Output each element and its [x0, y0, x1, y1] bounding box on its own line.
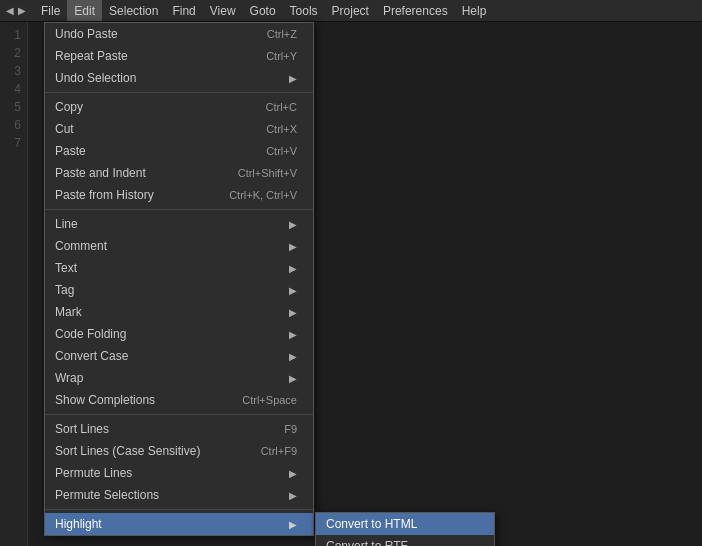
submenu-arrow-icon: ▶: [289, 519, 297, 530]
menu-item-label: Copy: [55, 100, 83, 114]
menu-item-label: Paste and Indent: [55, 166, 146, 180]
separator-4: [45, 509, 313, 510]
submenu-arrow-icon: ▶: [289, 468, 297, 479]
menu-paste-history[interactable]: Paste from History Ctrl+K, Ctrl+V: [45, 184, 313, 206]
menubar: ◀ ▶ File Edit Selection Find View Goto T…: [0, 0, 702, 22]
menu-item-label: Paste: [55, 144, 86, 158]
menu-mark[interactable]: Mark ▶: [45, 301, 313, 323]
submenu-arrow-icon: ▶: [289, 490, 297, 501]
menu-convert-case[interactable]: Convert Case ▶: [45, 345, 313, 367]
menu-item-label: Sort Lines (Case Sensitive): [55, 444, 200, 458]
menu-sort-lines[interactable]: Sort Lines F9: [45, 418, 313, 440]
menu-wrap[interactable]: Wrap ▶: [45, 367, 313, 389]
menu-highlight[interactable]: Highlight ▶ Convert to HTML Convert to R…: [45, 513, 313, 535]
menu-item-shortcut: Ctrl+V: [266, 145, 297, 157]
menu-item-label: Undo Selection: [55, 71, 136, 85]
menu-item-label: Convert Case: [55, 349, 128, 363]
menu-paste-indent[interactable]: Paste and Indent Ctrl+Shift+V: [45, 162, 313, 184]
submenu-arrow-icon: ▶: [289, 263, 297, 274]
menu-item-label: Wrap: [55, 371, 83, 385]
submenu-arrow-icon: ▶: [289, 219, 297, 230]
menu-item-label: Repeat Paste: [55, 49, 128, 63]
menu-item-shortcut: Ctrl+Z: [267, 28, 297, 40]
menu-paste[interactable]: Paste Ctrl+V: [45, 140, 313, 162]
submenu-arrow-icon: ▶: [289, 73, 297, 84]
submenu-arrow-icon: ▶: [289, 329, 297, 340]
menu-undo-paste[interactable]: Undo Paste Ctrl+Z: [45, 23, 313, 45]
menu-item-shortcut: Ctrl+Space: [242, 394, 297, 406]
menu-item-label: Undo Paste: [55, 27, 118, 41]
menu-item-label: Cut: [55, 122, 74, 136]
menu-item-label: Sort Lines: [55, 422, 109, 436]
menu-code-folding[interactable]: Code Folding ▶: [45, 323, 313, 345]
submenu-convert-html[interactable]: Convert to HTML: [316, 513, 494, 535]
menu-view[interactable]: View: [203, 0, 243, 21]
menu-item-label: Show Completions: [55, 393, 155, 407]
menu-permute-lines[interactable]: Permute Lines ▶: [45, 462, 313, 484]
menu-item-shortcut: Ctrl+C: [266, 101, 297, 113]
menu-item-shortcut: Ctrl+X: [266, 123, 297, 135]
menu-line[interactable]: Line ▶: [45, 213, 313, 235]
nav-back-icon[interactable]: ◀: [4, 5, 16, 16]
menu-item-label: Permute Selections: [55, 488, 159, 502]
menu-item-shortcut: F9: [284, 423, 297, 435]
menu-item-shortcut: Ctrl+K, Ctrl+V: [229, 189, 297, 201]
submenu-arrow-icon: ▶: [289, 373, 297, 384]
menu-find[interactable]: Find: [165, 0, 202, 21]
line-numbers: 1 2 3 4 5 6 7: [0, 22, 28, 546]
menu-project[interactable]: Project: [325, 0, 376, 21]
menu-item-label: Comment: [55, 239, 107, 253]
menu-sort-lines-case[interactable]: Sort Lines (Case Sensitive) Ctrl+F9: [45, 440, 313, 462]
menu-text[interactable]: Text ▶: [45, 257, 313, 279]
menu-preferences[interactable]: Preferences: [376, 0, 455, 21]
submenu-arrow-icon: ▶: [289, 351, 297, 362]
menu-copy[interactable]: Copy Ctrl+C: [45, 96, 313, 118]
menu-item-label: Permute Lines: [55, 466, 132, 480]
submenu-arrow-icon: ▶: [289, 285, 297, 296]
menu-item-shortcut: Ctrl+Shift+V: [238, 167, 297, 179]
submenu-arrow-icon: ▶: [289, 307, 297, 318]
menu-item-shortcut: Ctrl+F9: [261, 445, 297, 457]
nav-forward-icon[interactable]: ▶: [16, 5, 28, 16]
menu-selection[interactable]: Selection: [102, 0, 165, 21]
menu-item-label: Paste from History: [55, 188, 154, 202]
menu-item-label: Text: [55, 261, 77, 275]
submenu-item-label: Convert to HTML: [326, 517, 417, 531]
menu-item-label: Mark: [55, 305, 82, 319]
highlight-submenu: Convert to HTML Convert to RTF: [315, 512, 495, 546]
menu-item-label: Line: [55, 217, 78, 231]
nav-arrows: ◀ ▶: [4, 5, 28, 16]
menu-item-label: Code Folding: [55, 327, 126, 341]
menu-repeat-paste[interactable]: Repeat Paste Ctrl+Y: [45, 45, 313, 67]
submenu-item-label: Convert to RTF: [326, 539, 408, 546]
menu-show-completions[interactable]: Show Completions Ctrl+Space: [45, 389, 313, 411]
menu-item-label: Tag: [55, 283, 74, 297]
menu-item-label: Highlight: [55, 517, 102, 531]
menu-permute-selections[interactable]: Permute Selections ▶: [45, 484, 313, 506]
submenu-arrow-icon: ▶: [289, 241, 297, 252]
edit-menu: Undo Paste Ctrl+Z Repeat Paste Ctrl+Y Un…: [44, 22, 314, 536]
menu-help[interactable]: Help: [455, 0, 494, 21]
menu-item-shortcut: Ctrl+Y: [266, 50, 297, 62]
separator-2: [45, 209, 313, 210]
separator-1: [45, 92, 313, 93]
menu-comment[interactable]: Comment ▶: [45, 235, 313, 257]
submenu-convert-rtf[interactable]: Convert to RTF: [316, 535, 494, 546]
menu-tools[interactable]: Tools: [283, 0, 325, 21]
menu-edit[interactable]: Edit: [67, 0, 102, 21]
menu-tag[interactable]: Tag ▶: [45, 279, 313, 301]
separator-3: [45, 414, 313, 415]
menu-undo-selection[interactable]: Undo Selection ▶: [45, 67, 313, 89]
menu-goto[interactable]: Goto: [243, 0, 283, 21]
menu-cut[interactable]: Cut Ctrl+X: [45, 118, 313, 140]
menu-file[interactable]: File: [34, 0, 67, 21]
